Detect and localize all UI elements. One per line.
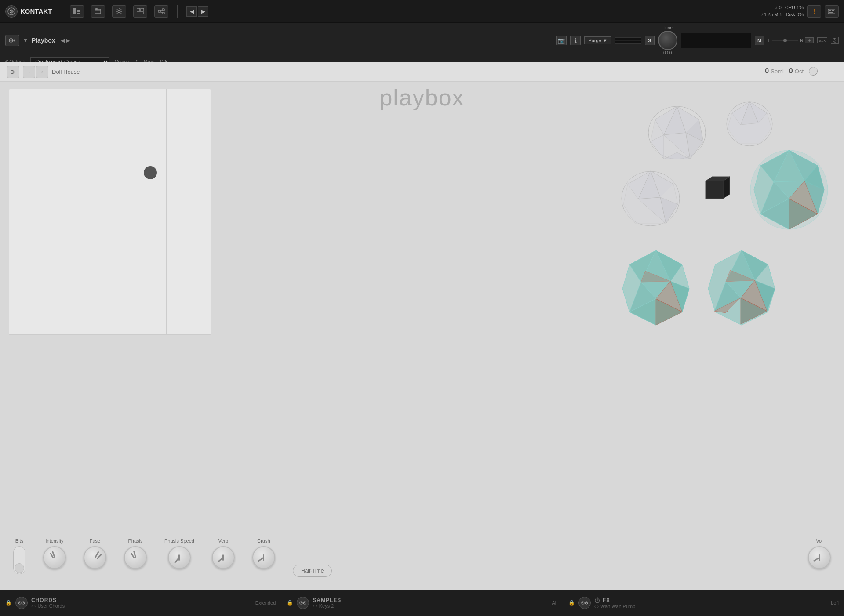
solo-btn[interactable]: S <box>645 36 655 45</box>
verb-group: Verb <box>212 538 235 569</box>
svg-point-39 <box>304 602 305 603</box>
chords-nav: ‹ › <box>31 603 36 609</box>
tune-value: 0.00 <box>663 51 672 55</box>
connection-btn[interactable] <box>154 5 168 18</box>
inst-header-right: 📷 ℹ Purge ▼ S Tune 0.00 <box>556 25 839 55</box>
inst-next[interactable]: ▶ <box>66 37 70 43</box>
chords-right: Extended <box>255 600 276 605</box>
instrument-key-btn[interactable] <box>5 35 19 46</box>
xy-vertical-line <box>166 89 167 334</box>
voices-count: ♪ 0 <box>775 5 782 10</box>
semi-label: Semi <box>771 68 784 75</box>
layout-btn[interactable] <box>133 5 147 18</box>
pan-slider[interactable] <box>772 40 798 41</box>
crush-group: Crush <box>252 538 275 569</box>
nav-prev-btn[interactable]: ◀ <box>186 6 197 17</box>
verb-label: Verb <box>218 538 229 544</box>
info-btn[interactable]: ℹ <box>570 36 581 45</box>
cpu-text: CPU 1% <box>785 4 804 11</box>
warning-btn[interactable]: ! <box>807 5 821 18</box>
fx-lock-icon: 🔒 <box>568 600 575 606</box>
samples-icon <box>297 597 309 609</box>
svg-rect-18 <box>832 10 833 11</box>
lr-pan: L R <box>768 37 814 43</box>
bits-slider[interactable] <box>13 546 25 574</box>
phasis-speed-indicator <box>175 557 180 563</box>
aux-label: aux <box>817 37 827 43</box>
disk-cpu-info: CPU 1% Disk 0% <box>785 4 804 18</box>
samples-nav: ‹ › <box>313 603 317 609</box>
breadcrumb: Doll House <box>52 69 80 75</box>
svg-rect-15 <box>828 9 835 14</box>
r-label: R <box>800 38 803 43</box>
files-btn[interactable] <box>91 5 105 18</box>
mute-btn[interactable]: M <box>755 36 764 45</box>
tab-samples[interactable]: 🔒 SAMPLES ‹ › Keys 2 All <box>281 590 563 616</box>
tune-label: Tune <box>662 25 672 30</box>
phasis-knob[interactable] <box>124 546 147 569</box>
half-time-btn[interactable]: Half-Time <box>293 565 332 577</box>
fx-icon <box>578 597 591 609</box>
nav-forward[interactable]: › <box>36 66 48 78</box>
verb-knob[interactable] <box>212 546 235 569</box>
bottom-controls: Bits Intensity Fase Pha <box>0 533 844 590</box>
svg-rect-3 <box>77 10 80 11</box>
phasis-speed-knob[interactable] <box>168 546 191 569</box>
nav-next-btn[interactable]: ▶ <box>198 6 208 17</box>
chords-title: CHORDS <box>31 597 252 603</box>
phasis-speed-group: Phasis Speed <box>164 538 194 569</box>
svg-rect-11 <box>137 12 144 14</box>
inst-prev[interactable]: ◀ <box>61 37 65 43</box>
fase-indicator <box>95 551 99 558</box>
intensity-knob[interactable] <box>43 546 66 569</box>
keyboard-btn[interactable] <box>825 5 839 18</box>
svg-rect-14 <box>162 12 164 14</box>
svg-rect-20 <box>829 12 833 13</box>
svg-rect-1 <box>73 8 75 14</box>
bottom-tabs: 🔒 CHORDS ‹ › User Chords Extended � <box>0 590 844 616</box>
meter-l <box>615 37 641 40</box>
crush-knob[interactable] <box>252 546 275 569</box>
obj-white-3 <box>615 166 686 232</box>
fase-knob[interactable] <box>84 546 106 569</box>
plugin-nav-icon[interactable] <box>7 66 19 78</box>
oct-control: 0 Oct <box>789 67 804 75</box>
pan-center-btn[interactable] <box>805 37 814 43</box>
disk-text: Disk 0% <box>785 11 804 18</box>
nav-back[interactable]: ‹ <box>23 66 35 78</box>
svg-rect-2 <box>75 8 76 14</box>
svg-rect-6 <box>95 9 101 14</box>
svg-rect-16 <box>829 10 830 11</box>
purge-btn[interactable]: Purge ▼ <box>584 36 611 44</box>
tune-section: Tune 0.00 <box>658 25 677 55</box>
samples-lock-icon: 🔒 <box>287 600 293 606</box>
top-toolbar: KONTAKT <box>0 0 844 23</box>
xy-cursor[interactable] <box>144 166 157 179</box>
svg-rect-12 <box>158 10 161 12</box>
verb-indicator <box>218 557 224 563</box>
camera-btn[interactable]: 📷 <box>556 36 567 45</box>
samples-subtitle: ‹ › Keys 2 <box>313 603 548 609</box>
intensity-label: Intensity <box>46 538 64 544</box>
vol-knob[interactable] <box>808 546 831 569</box>
plugin-title: playbox <box>379 84 464 111</box>
inst-dropdown-arrow[interactable]: ▼ <box>23 37 28 43</box>
purge-label: Purge <box>588 38 601 43</box>
kontakt-content: ▼ Playbox ◀ ▶ 📷 ℹ Purge ▼ <box>0 23 844 616</box>
crush-label: Crush <box>257 538 270 544</box>
instrument-name: Playbox <box>32 37 55 44</box>
plugin-nav: ‹ › Doll House 0 Semi 0 Oct <box>0 62 844 82</box>
svg-point-8 <box>118 10 120 13</box>
phasis-group: Phasis <box>124 538 147 569</box>
brand-name: KONTAKT <box>20 7 52 15</box>
tune-knob[interactable] <box>658 31 677 50</box>
svg-marker-28 <box>706 181 723 199</box>
library-btn[interactable] <box>70 5 84 18</box>
reset-semi-oct-btn[interactable] <box>809 67 818 76</box>
chords-icon <box>15 597 28 609</box>
settings-btn[interactable] <box>112 5 126 18</box>
tab-fx[interactable]: 🔒 ⏻ FX ‹ › Wah Wah Pump Lof <box>563 590 844 616</box>
svg-point-24 <box>12 71 13 72</box>
tab-chords[interactable]: 🔒 CHORDS ‹ › User Chords Extended <box>0 590 281 616</box>
xy-pad[interactable] <box>9 89 211 335</box>
